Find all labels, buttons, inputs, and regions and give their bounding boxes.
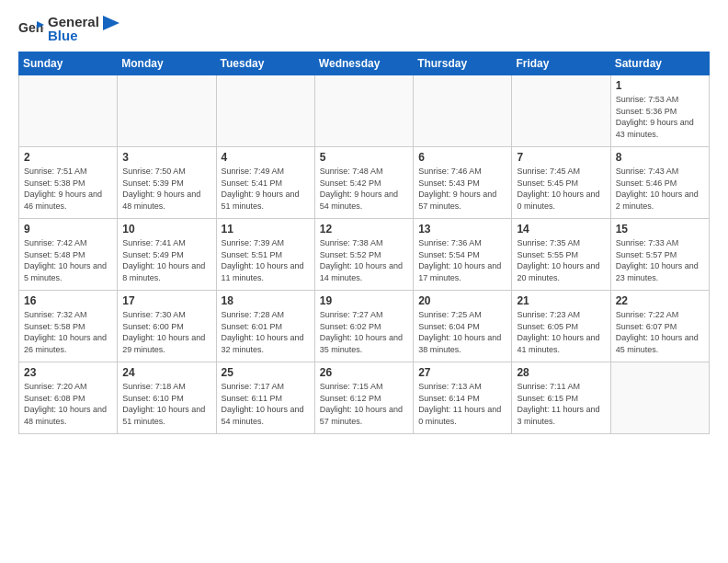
calendar-cell: 18Sunrise: 7:28 AM Sunset: 6:01 PM Dayli… bbox=[216, 291, 314, 362]
calendar-cell: 27Sunrise: 7:13 AM Sunset: 6:14 PM Dayli… bbox=[414, 362, 512, 434]
day-number: 25 bbox=[222, 366, 310, 379]
calendar-cell: 16Sunrise: 7:32 AM Sunset: 5:58 PM Dayli… bbox=[19, 291, 118, 362]
calendar-cell: 4Sunrise: 7:49 AM Sunset: 5:41 PM Daylig… bbox=[216, 147, 314, 219]
day-number: 26 bbox=[320, 366, 408, 379]
day-number: 16 bbox=[24, 294, 112, 307]
calendar-cell: 6Sunrise: 7:46 AM Sunset: 5:43 PM Daylig… bbox=[414, 147, 512, 219]
day-info: Sunrise: 7:53 AM Sunset: 5:36 PM Dayligh… bbox=[616, 94, 704, 140]
day-info: Sunrise: 7:30 AM Sunset: 6:00 PM Dayligh… bbox=[122, 309, 210, 355]
day-info: Sunrise: 7:20 AM Sunset: 6:08 PM Dayligh… bbox=[24, 381, 112, 427]
calendar-cell: 14Sunrise: 7:35 AM Sunset: 5:55 PM Dayli… bbox=[512, 219, 610, 291]
day-info: Sunrise: 7:50 AM Sunset: 5:39 PM Dayligh… bbox=[122, 166, 210, 212]
calendar-cell: 26Sunrise: 7:15 AM Sunset: 6:12 PM Dayli… bbox=[314, 362, 413, 434]
day-number: 20 bbox=[418, 294, 506, 307]
calendar-cell: 5Sunrise: 7:48 AM Sunset: 5:42 PM Daylig… bbox=[314, 147, 413, 219]
day-number: 9 bbox=[24, 223, 112, 236]
day-info: Sunrise: 7:27 AM Sunset: 6:02 PM Dayligh… bbox=[320, 309, 408, 355]
calendar: SundayMondayTuesdayWednesdayThursdayFrid… bbox=[18, 52, 710, 434]
calendar-cell: 20Sunrise: 7:25 AM Sunset: 6:04 PM Dayli… bbox=[414, 291, 512, 362]
day-number: 7 bbox=[517, 151, 605, 164]
calendar-cell: 2Sunrise: 7:51 AM Sunset: 5:38 PM Daylig… bbox=[19, 147, 118, 219]
svg-text:General: General bbox=[18, 20, 44, 35]
calendar-week-5: 23Sunrise: 7:20 AM Sunset: 6:08 PM Dayli… bbox=[19, 362, 710, 434]
day-number: 13 bbox=[418, 223, 506, 236]
calendar-cell bbox=[414, 75, 512, 147]
calendar-header-saturday: Saturday bbox=[610, 52, 709, 75]
logo: General General Blue bbox=[18, 15, 121, 42]
calendar-header-monday: Monday bbox=[118, 52, 216, 75]
calendar-cell: 22Sunrise: 7:22 AM Sunset: 6:07 PM Dayli… bbox=[610, 291, 709, 362]
day-number: 3 bbox=[122, 151, 210, 164]
day-number: 21 bbox=[517, 294, 605, 307]
calendar-cell bbox=[19, 75, 118, 147]
day-number: 1 bbox=[616, 79, 704, 92]
day-info: Sunrise: 7:13 AM Sunset: 6:14 PM Dayligh… bbox=[418, 381, 506, 427]
calendar-week-4: 16Sunrise: 7:32 AM Sunset: 5:58 PM Dayli… bbox=[19, 291, 710, 362]
calendar-week-1: 1Sunrise: 7:53 AM Sunset: 5:36 PM Daylig… bbox=[19, 75, 710, 147]
day-number: 8 bbox=[616, 151, 704, 164]
day-info: Sunrise: 7:39 AM Sunset: 5:51 PM Dayligh… bbox=[222, 237, 310, 283]
day-info: Sunrise: 7:22 AM Sunset: 6:07 PM Dayligh… bbox=[616, 309, 704, 355]
day-number: 11 bbox=[222, 223, 310, 236]
calendar-cell: 28Sunrise: 7:11 AM Sunset: 6:15 PM Dayli… bbox=[512, 362, 610, 434]
calendar-cell: 19Sunrise: 7:27 AM Sunset: 6:02 PM Dayli… bbox=[314, 291, 413, 362]
day-number: 15 bbox=[616, 223, 704, 236]
calendar-cell: 11Sunrise: 7:39 AM Sunset: 5:51 PM Dayli… bbox=[216, 219, 314, 291]
calendar-header-wednesday: Wednesday bbox=[314, 52, 413, 75]
day-number: 17 bbox=[122, 294, 210, 307]
calendar-header-friday: Friday bbox=[512, 52, 610, 75]
day-number: 5 bbox=[320, 151, 408, 164]
day-info: Sunrise: 7:51 AM Sunset: 5:38 PM Dayligh… bbox=[24, 166, 112, 212]
calendar-header-thursday: Thursday bbox=[414, 52, 512, 75]
day-number: 6 bbox=[418, 151, 506, 164]
day-info: Sunrise: 7:17 AM Sunset: 6:11 PM Dayligh… bbox=[222, 381, 310, 427]
day-info: Sunrise: 7:45 AM Sunset: 5:45 PM Dayligh… bbox=[517, 166, 605, 212]
day-number: 2 bbox=[24, 151, 112, 164]
calendar-cell: 7Sunrise: 7:45 AM Sunset: 5:45 PM Daylig… bbox=[512, 147, 610, 219]
day-number: 18 bbox=[222, 294, 310, 307]
calendar-cell: 10Sunrise: 7:41 AM Sunset: 5:49 PM Dayli… bbox=[118, 219, 216, 291]
day-info: Sunrise: 7:28 AM Sunset: 6:01 PM Dayligh… bbox=[222, 309, 310, 355]
day-info: Sunrise: 7:25 AM Sunset: 6:04 PM Dayligh… bbox=[418, 309, 506, 355]
day-number: 23 bbox=[24, 366, 112, 379]
header: General General Blue bbox=[18, 15, 710, 42]
calendar-cell: 17Sunrise: 7:30 AM Sunset: 6:00 PM Dayli… bbox=[118, 291, 216, 362]
calendar-cell: 8Sunrise: 7:43 AM Sunset: 5:46 PM Daylig… bbox=[610, 147, 709, 219]
day-number: 24 bbox=[122, 366, 210, 379]
day-info: Sunrise: 7:11 AM Sunset: 6:15 PM Dayligh… bbox=[517, 381, 605, 427]
day-info: Sunrise: 7:42 AM Sunset: 5:48 PM Dayligh… bbox=[24, 237, 112, 283]
day-info: Sunrise: 7:23 AM Sunset: 6:05 PM Dayligh… bbox=[517, 309, 605, 355]
day-info: Sunrise: 7:46 AM Sunset: 5:43 PM Dayligh… bbox=[418, 166, 506, 212]
day-number: 22 bbox=[616, 294, 704, 307]
calendar-cell bbox=[118, 75, 216, 147]
calendar-week-2: 2Sunrise: 7:51 AM Sunset: 5:38 PM Daylig… bbox=[19, 147, 710, 219]
day-number: 10 bbox=[122, 223, 210, 236]
calendar-cell: 23Sunrise: 7:20 AM Sunset: 6:08 PM Dayli… bbox=[19, 362, 118, 434]
day-info: Sunrise: 7:41 AM Sunset: 5:49 PM Dayligh… bbox=[122, 237, 210, 283]
day-info: Sunrise: 7:18 AM Sunset: 6:10 PM Dayligh… bbox=[122, 381, 210, 427]
day-info: Sunrise: 7:15 AM Sunset: 6:12 PM Dayligh… bbox=[320, 381, 408, 427]
calendar-cell bbox=[314, 75, 413, 147]
calendar-cell: 9Sunrise: 7:42 AM Sunset: 5:48 PM Daylig… bbox=[19, 219, 118, 291]
day-info: Sunrise: 7:43 AM Sunset: 5:46 PM Dayligh… bbox=[616, 166, 704, 212]
calendar-header-tuesday: Tuesday bbox=[216, 52, 314, 75]
day-number: 14 bbox=[517, 223, 605, 236]
day-number: 12 bbox=[320, 223, 408, 236]
day-info: Sunrise: 7:49 AM Sunset: 5:41 PM Dayligh… bbox=[222, 166, 310, 212]
calendar-cell bbox=[610, 362, 709, 434]
calendar-cell bbox=[216, 75, 314, 147]
svg-marker-2 bbox=[103, 16, 119, 30]
calendar-cell: 25Sunrise: 7:17 AM Sunset: 6:11 PM Dayli… bbox=[216, 362, 314, 434]
logo-icon: General bbox=[18, 16, 44, 41]
calendar-cell: 12Sunrise: 7:38 AM Sunset: 5:52 PM Dayli… bbox=[314, 219, 413, 291]
logo-blue: Blue bbox=[48, 29, 99, 42]
calendar-cell: 15Sunrise: 7:33 AM Sunset: 5:57 PM Dayli… bbox=[610, 219, 709, 291]
calendar-header-row: SundayMondayTuesdayWednesdayThursdayFrid… bbox=[19, 52, 710, 75]
day-info: Sunrise: 7:36 AM Sunset: 5:54 PM Dayligh… bbox=[418, 237, 506, 283]
day-number: 19 bbox=[320, 294, 408, 307]
day-info: Sunrise: 7:38 AM Sunset: 5:52 PM Dayligh… bbox=[320, 237, 408, 283]
day-number: 4 bbox=[222, 151, 310, 164]
calendar-cell: 1Sunrise: 7:53 AM Sunset: 5:36 PM Daylig… bbox=[610, 75, 709, 147]
day-info: Sunrise: 7:33 AM Sunset: 5:57 PM Dayligh… bbox=[616, 237, 704, 283]
logo-general: General bbox=[48, 15, 99, 29]
